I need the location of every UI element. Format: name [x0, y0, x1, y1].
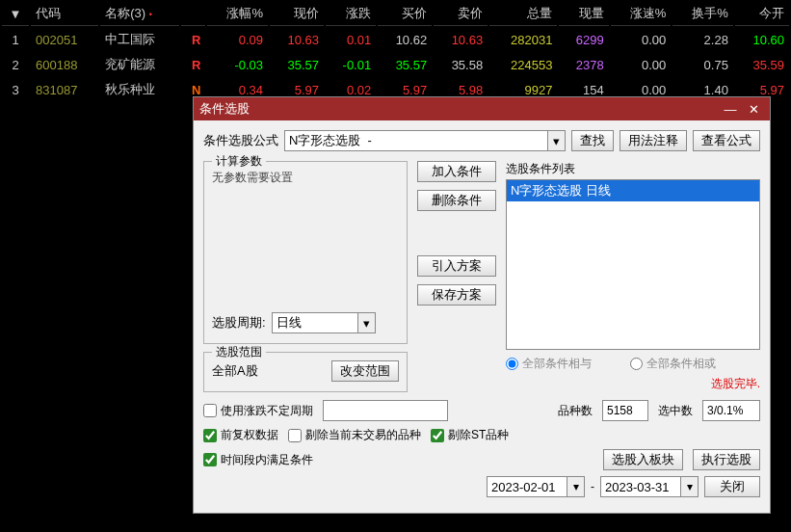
calc-params-body: 无参数需要设置 [212, 170, 399, 305]
uncertain-period-checkbox[interactable]: 使用涨跌不定周期 [203, 403, 313, 419]
fq-checkbox[interactable]: 前复权数据 [203, 427, 278, 443]
scope-text: 全部A股 [212, 362, 258, 380]
col-pct[interactable]: 涨幅% [207, 2, 268, 26]
col-flag[interactable] [181, 2, 206, 26]
find-button[interactable]: 查找 [571, 130, 614, 151]
condition-listbox[interactable]: N字形态选股 日线 [506, 179, 760, 350]
minimize-icon[interactable]: ― [720, 100, 741, 118]
close-button[interactable]: 关闭 [704, 476, 760, 497]
to-block-button[interactable]: 选股入板块 [603, 449, 683, 470]
period-input[interactable] [272, 312, 358, 333]
change-scope-button[interactable]: 改变范围 [331, 360, 399, 382]
date-to-combo[interactable]: ▾ [600, 476, 699, 497]
stock-table: ▼ 代码 名称(3) • 涨幅% 现价 涨跌 买价 卖价 总量 现量 涨速% 换… [0, 0, 791, 103]
list-item[interactable]: N字形态选股 日线 [507, 180, 759, 201]
col-turn[interactable]: 换手% [672, 2, 733, 26]
import-plan-button[interactable]: 引入方案 [417, 255, 496, 277]
dialog-titlebar[interactable]: 条件选股 ― ✕ [194, 97, 770, 120]
delete-condition-button[interactable]: 删除条件 [417, 190, 496, 211]
uncertain-period-input[interactable] [323, 400, 448, 421]
date-to-input[interactable] [600, 476, 681, 497]
scope-legend: 选股范围 [212, 344, 266, 360]
table-row[interactable]: 2600188兖矿能源R-0.0335.57-0.0135.5735.58224… [2, 53, 789, 76]
selected-count-label: 选中数 [658, 403, 693, 419]
date-from-combo[interactable]: ▾ [487, 476, 585, 497]
table-row[interactable]: 1002051中工国际R0.0910.630.0110.6210.6328203… [2, 28, 789, 51]
execute-button[interactable]: 执行选股 [693, 449, 760, 470]
period-label: 选股周期: [212, 314, 266, 332]
exclude-st-checkbox[interactable]: 剔除ST品种 [431, 427, 509, 443]
condition-stock-dialog: 条件选股 ― ✕ 条件选股公式 ▾ 查找 用法注释 查看公式 计算参数 无参数需… [193, 96, 771, 514]
date-from-input[interactable] [487, 476, 567, 497]
col-cur[interactable]: 现量 [559, 2, 608, 26]
col-price[interactable]: 现价 [270, 2, 324, 26]
col-bid[interactable]: 买价 [378, 2, 432, 26]
sort-indicator-icon: • [149, 10, 152, 19]
view-formula-button[interactable]: 查看公式 [693, 130, 760, 151]
kinds-count-label: 品种数 [558, 403, 593, 419]
save-plan-button[interactable]: 保存方案 [417, 284, 496, 306]
col-code[interactable]: 代码 [31, 2, 98, 26]
usage-button[interactable]: 用法注释 [620, 130, 687, 151]
date-separator: - [591, 480, 594, 493]
kinds-count-value [602, 400, 648, 421]
scope-fieldset: 选股范围 全部A股 改变范围 [203, 352, 408, 392]
formula-label: 条件选股公式 [203, 132, 278, 149]
radio-or[interactable]: 全部条件相或 [630, 356, 716, 372]
exclude-nontrade-checkbox[interactable]: 剔除当前未交易的品种 [288, 427, 421, 443]
chevron-down-icon[interactable]: ▾ [548, 130, 566, 151]
col-vol[interactable]: 总量 [489, 2, 557, 26]
close-icon[interactable]: ✕ [743, 100, 764, 118]
formula-input[interactable] [284, 130, 548, 151]
col-ask[interactable]: 卖价 [434, 2, 488, 26]
table-header-row: ▼ 代码 名称(3) • 涨幅% 现价 涨跌 买价 卖价 总量 现量 涨速% 换… [2, 2, 789, 26]
chevron-down-icon[interactable]: ▾ [567, 476, 585, 497]
selected-count-value [702, 400, 760, 421]
time-range-checkbox[interactable]: 时间段内满足条件 [203, 452, 313, 468]
chevron-down-icon[interactable]: ▾ [681, 476, 699, 497]
status-hint: 选股完毕. [506, 376, 760, 392]
condition-list-label: 选股条件列表 [506, 161, 760, 177]
dialog-title: 条件选股 [199, 100, 718, 118]
col-name[interactable]: 名称(3) • [100, 2, 179, 26]
col-speed[interactable]: 涨速% [611, 2, 672, 26]
col-idx[interactable]: ▼ [2, 2, 29, 26]
col-chg[interactable]: 涨跌 [326, 2, 376, 26]
period-combo[interactable]: ▾ [272, 312, 376, 333]
formula-combo[interactable]: ▾ [284, 130, 566, 151]
radio-and[interactable]: 全部条件相与 [506, 356, 592, 372]
chevron-down-icon[interactable]: ▾ [358, 312, 376, 333]
add-condition-button[interactable]: 加入条件 [417, 161, 496, 182]
col-open[interactable]: 今开 [735, 2, 789, 26]
calc-params-fieldset: 计算参数 无参数需要设置 选股周期: ▾ [203, 161, 408, 344]
calc-params-legend: 计算参数 [212, 153, 266, 170]
